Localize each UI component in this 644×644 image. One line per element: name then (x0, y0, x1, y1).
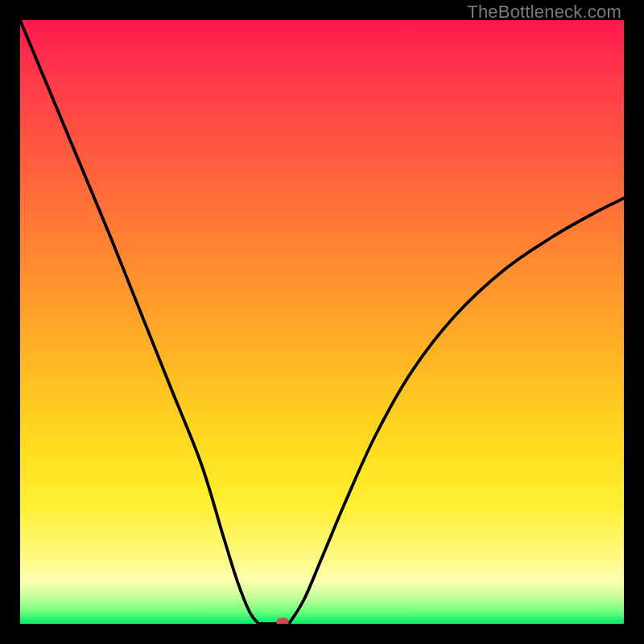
left-branch-path (20, 20, 258, 624)
optimal-marker (277, 617, 289, 624)
bottleneck-curve (20, 20, 624, 624)
chart-frame: TheBottleneck.com (0, 0, 644, 644)
watermark-text: TheBottleneck.com (467, 2, 621, 23)
plot-area (20, 20, 624, 624)
right-branch-path (289, 198, 624, 624)
